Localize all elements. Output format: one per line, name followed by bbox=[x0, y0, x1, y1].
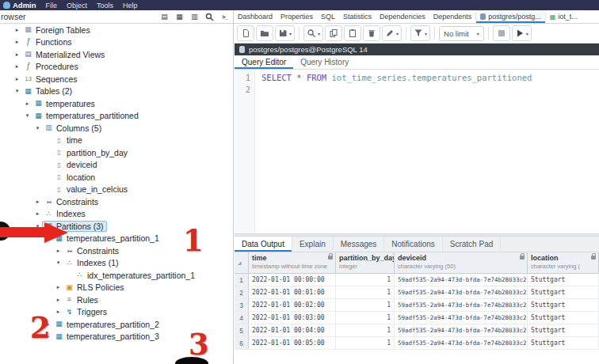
cell-time[interactable]: 2022-01-01 00:05:00 bbox=[249, 337, 336, 349]
tab-properties[interactable]: Properties bbox=[277, 10, 317, 23]
expand-arrow[interactable]: ▾ bbox=[54, 260, 63, 266]
tab-iot-table[interactable]: ▦ iot_t... bbox=[546, 10, 582, 23]
terminal-icon[interactable]: >_ bbox=[219, 11, 231, 22]
folder-open-button[interactable] bbox=[256, 25, 273, 41]
select-all-header[interactable]: ◢ bbox=[235, 252, 249, 273]
tab-dashboard[interactable]: Dashboard bbox=[234, 10, 277, 23]
cell-deviceid[interactable]: 59adf535-2a94-473d-bfda-7e74b28033c2 bbox=[395, 299, 528, 311]
cell-time[interactable]: 2022-01-01 00:03:00 bbox=[249, 312, 336, 324]
delete-button[interactable] bbox=[363, 25, 380, 41]
tree-item-materialized-views[interactable]: ▸Materialized Views bbox=[0, 48, 233, 61]
tree-item-sequences[interactable]: ▸Sequences bbox=[0, 73, 233, 85]
expand-arrow[interactable]: ▸ bbox=[33, 210, 42, 217]
sql-code[interactable]: SELECT * FROM iot_time_series.temperatur… bbox=[255, 70, 532, 233]
column-header-time[interactable]: time timestamp without time zone bbox=[249, 252, 336, 273]
expand-arrow[interactable]: ▾ bbox=[23, 112, 32, 119]
cell-partition-by-day[interactable]: 1 bbox=[336, 299, 395, 311]
expand-arrow[interactable]: ▸ bbox=[54, 297, 63, 303]
tab-query-history[interactable]: Query History bbox=[293, 55, 356, 69]
grid-icon[interactable]: ▦ bbox=[174, 11, 185, 22]
expand-arrow[interactable]: ▸ bbox=[54, 248, 63, 254]
expand-arrow[interactable]: ▸ bbox=[54, 284, 63, 290]
search-icon[interactable] bbox=[204, 11, 216, 22]
row-number[interactable]: 1 bbox=[235, 274, 249, 286]
save-button[interactable]: ▾ bbox=[275, 25, 295, 41]
cell-deviceid[interactable]: 59adf535-2a94-473d-bfda-7e74b28033c2 bbox=[395, 286, 528, 298]
tree-item-column-deviceid[interactable]: deviceid bbox=[0, 159, 233, 172]
tree-item-rules[interactable]: ▸Rules bbox=[0, 294, 233, 306]
tree-item-procedures[interactable]: ▸Procedures bbox=[0, 61, 233, 74]
tab-data-output[interactable]: Data Output bbox=[235, 237, 292, 252]
tree-item-columns[interactable]: ▾Columns (5) bbox=[0, 122, 233, 135]
cell-location[interactable]: Stuttgart bbox=[528, 324, 599, 336]
menu-tools[interactable]: Tools bbox=[97, 2, 113, 9]
cell-time[interactable]: 2022-01-01 00:04:00 bbox=[249, 324, 336, 336]
tab-sql[interactable]: SQL bbox=[317, 10, 339, 23]
cell-deviceid[interactable]: 59adf535-2a94-473d-bfda-7e74b28033c2 bbox=[395, 312, 528, 324]
cell-location[interactable]: Stuttgart bbox=[528, 274, 599, 286]
row-number[interactable]: 6 bbox=[235, 337, 249, 349]
paste-button[interactable] bbox=[344, 25, 361, 41]
column-header-location[interactable]: location character varying ( bbox=[528, 252, 599, 273]
row-limit-select[interactable]: No limit ▾ bbox=[439, 26, 484, 41]
cell-location[interactable]: Stuttgart bbox=[528, 312, 599, 324]
tab-scratch-pad[interactable]: Scratch Pad bbox=[443, 237, 501, 252]
tab-notifications[interactable]: Notifications bbox=[384, 237, 442, 252]
tree-item-constraints[interactable]: ▸Constraints bbox=[0, 195, 233, 208]
menu-file[interactable]: File bbox=[46, 2, 58, 9]
tab-statistics[interactable]: Statistics bbox=[339, 10, 376, 23]
sql-editor[interactable]: 1 2 SELECT * FROM iot_time_series.temper… bbox=[235, 70, 599, 233]
tree-item-functions[interactable]: ▸Functions bbox=[0, 36, 233, 49]
storage-icon[interactable]: ▤ bbox=[158, 11, 170, 22]
cell-location[interactable]: Stuttgart bbox=[528, 337, 599, 349]
cell-partition-by-day[interactable]: 1 bbox=[336, 312, 395, 324]
cell-location[interactable]: Stuttgart bbox=[528, 286, 599, 298]
expand-arrow[interactable]: ▸ bbox=[54, 309, 63, 315]
find-button[interactable]: ▾ bbox=[303, 25, 323, 41]
cell-location[interactable]: Stuttgart bbox=[528, 299, 599, 311]
tab-explain[interactable]: Explain bbox=[292, 237, 334, 252]
tab-query-tool[interactable]: postgres/postg... bbox=[476, 10, 545, 23]
row-number[interactable]: 5 bbox=[235, 324, 249, 336]
cell-partition-by-day[interactable]: 1 bbox=[336, 337, 395, 349]
cell-partition-by-day[interactable]: 1 bbox=[336, 286, 395, 298]
tree-item-indexes[interactable]: ▸Indexes bbox=[0, 208, 233, 221]
row-number[interactable]: 3 bbox=[235, 299, 249, 311]
tree-item-column-location[interactable]: location bbox=[0, 171, 233, 184]
tree-item-column-time[interactable]: time bbox=[0, 135, 233, 147]
copy-button[interactable] bbox=[325, 25, 342, 41]
tree-item-foreign-tables[interactable]: ▸Foreign Tables bbox=[0, 24, 233, 36]
row-number[interactable]: 4 bbox=[235, 312, 249, 324]
row-number[interactable]: 2 bbox=[235, 286, 249, 298]
cancel-query-button[interactable] bbox=[493, 25, 510, 41]
cell-time[interactable]: 2022-01-01 00:02:00 bbox=[249, 299, 336, 311]
column-header-deviceid[interactable]: deviceid character varying (50) bbox=[395, 252, 528, 273]
cell-partition-by-day[interactable]: 1 bbox=[336, 274, 395, 286]
menu-help[interactable]: Help bbox=[123, 2, 138, 9]
tree-item-idx-temperatures-partition-1[interactable]: idx_temperatures_partition_1 bbox=[0, 269, 233, 282]
cell-time[interactable]: 2022-01-01 00:00:00 bbox=[249, 274, 336, 286]
column-header-partition-by-day[interactable]: partition_by_day integer bbox=[336, 252, 395, 273]
expand-arrow[interactable]: ▸ bbox=[13, 39, 21, 45]
cell-deviceid[interactable]: 59adf535-2a94-473d-bfda-7e74b28033c2 bbox=[395, 274, 528, 286]
expand-arrow[interactable]: ▸ bbox=[23, 100, 32, 107]
expand-arrow[interactable]: ▸ bbox=[13, 63, 21, 70]
menu-object[interactable]: Object bbox=[67, 2, 87, 9]
tab-query-editor[interactable]: Query Editor bbox=[235, 55, 293, 69]
expand-arrow[interactable]: ▸ bbox=[13, 27, 21, 33]
expand-arrow[interactable]: ▸ bbox=[33, 199, 42, 205]
expand-arrow[interactable]: ▸ bbox=[13, 76, 21, 82]
filter-button[interactable]: ▾ bbox=[410, 25, 430, 41]
expand-arrow[interactable]: ▾ bbox=[13, 88, 21, 94]
expand-arrow[interactable]: ▾ bbox=[33, 125, 42, 131]
tree-item-temperatures-partitioned[interactable]: ▾temperatures_partitioned bbox=[0, 110, 233, 123]
edit-button[interactable]: ▾ bbox=[382, 25, 402, 41]
layout-icon[interactable]: ▥ bbox=[189, 11, 200, 22]
tree-item-temperatures[interactable]: ▸temperatures bbox=[0, 97, 233, 110]
tree-item-column-partition-by-day[interactable]: partition_by_day bbox=[0, 146, 233, 159]
execute-button[interactable]: ▾ bbox=[512, 25, 532, 41]
tab-dependents[interactable]: Dependents bbox=[429, 10, 476, 23]
tree-item-column-value-in-celcius[interactable]: value_in_celcius bbox=[0, 184, 233, 196]
cell-partition-by-day[interactable]: 1 bbox=[336, 324, 395, 336]
cell-deviceid[interactable]: 59adf535-2a94-473d-bfda-7e74b28033c2 bbox=[395, 337, 528, 349]
